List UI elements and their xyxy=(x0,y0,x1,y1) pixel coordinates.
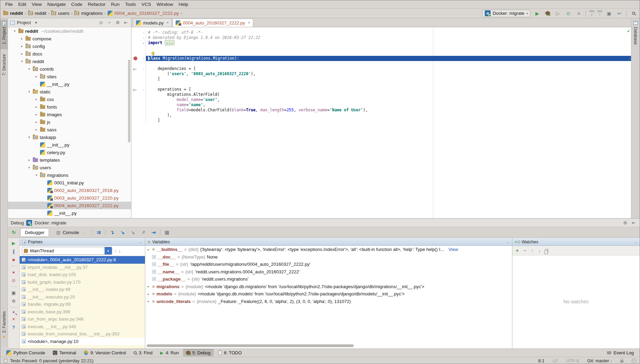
frame-row[interactable]: import_module, __init__.py:37 xyxy=(20,264,145,271)
code-line-17[interactable]: ), xyxy=(131,113,632,118)
tree-item-contrib[interactable]: ▾contrib xyxy=(8,65,131,73)
collapse-all-button[interactable]: ÷ xyxy=(106,20,112,25)
close-icon[interactable]: × xyxy=(248,20,250,25)
frame-row[interactable]: run_from_argv, base.py:348 xyxy=(20,315,145,323)
tab-debugger[interactable]: Debugger xyxy=(20,228,49,237)
menu-item-refactor[interactable]: Refactor xyxy=(85,1,108,8)
view-link[interactable]: View xyxy=(449,247,458,252)
tree-item-migrations[interactable]: ▾migrations xyxy=(8,171,131,179)
code-line-15[interactable]: name='name', xyxy=(131,102,632,108)
force-step-into-button[interactable]: ↘ xyxy=(129,230,137,235)
code-line-text[interactable]: name='name', xyxy=(146,102,632,108)
fold-marker-icon[interactable]: − xyxy=(143,87,145,92)
fold-marker-icon[interactable]: − xyxy=(143,30,145,36)
tool-strip-project-tab[interactable]: 1: Project xyxy=(0,20,8,49)
view-breakpoints-button[interactable]: ● xyxy=(12,270,15,274)
tree-item-0002-auto-20160327-2018-py[interactable]: 0002_auto_20160327_2018.py xyxy=(8,186,131,194)
code-line-6[interactable]: −class Migration(migrations.Migration): xyxy=(131,56,632,61)
tree-item--init-py[interactable]: __init__.py xyxy=(8,209,131,217)
tree-item-docs[interactable]: ▸docs xyxy=(8,50,131,58)
fold-marker-icon[interactable]: + xyxy=(143,41,145,46)
step-over-button[interactable]: ↴ xyxy=(108,230,116,235)
chevron-down-icon[interactable]: ▾ xyxy=(33,20,39,25)
code-line-2[interactable]: −# Generated by Django 1.9.4 on 2016-03-… xyxy=(131,35,632,40)
menu-item-code[interactable]: Code xyxy=(68,1,85,8)
commit-changes-button[interactable]: ▣ xyxy=(605,10,612,17)
breadcrumb-item[interactable]: reddit xyxy=(28,11,47,16)
code-line-text[interactable]: ] xyxy=(146,118,632,123)
code-line-text[interactable] xyxy=(146,82,632,87)
code-line-text[interactable]: dependencies = [ xyxy=(146,66,632,71)
tree-collapse-arrow[interactable]: ▸ xyxy=(20,37,24,40)
editor-gutter[interactable] xyxy=(131,61,146,66)
tree-item-compose[interactable]: ▸compose xyxy=(8,35,131,42)
tree-item-0003-auto-20160327-2220-py[interactable]: 0003_auto_20160327_2220.py xyxy=(8,194,131,202)
expand-arrow-icon[interactable]: ▸ xyxy=(147,292,150,296)
editor-gutter[interactable] xyxy=(131,51,146,56)
editor-gutter[interactable] xyxy=(131,118,146,123)
tree-item-taskapp[interactable]: ▾taskapp xyxy=(8,133,131,141)
code-line-1[interactable]: −# -*- coding: utf-8 -*- xyxy=(131,30,632,35)
editor-tab-0004-auto-20160327-2222-py[interactable]: 0004_auto_20160327_2222.py× xyxy=(173,19,253,27)
code-line-8[interactable]: −⊙↑ dependencies = [ xyxy=(131,66,632,71)
code-line-10[interactable]: ] xyxy=(131,77,632,82)
tree-item--init-py[interactable]: __init__.py xyxy=(8,80,131,88)
expand-arrow-icon[interactable]: ▸ xyxy=(147,300,150,303)
editor-gutter[interactable]: − xyxy=(131,30,146,35)
fold-marker-icon[interactable]: − xyxy=(143,56,145,61)
tree-item-config[interactable]: ▸config xyxy=(8,42,131,50)
code-line-4[interactable] xyxy=(131,46,632,51)
breadcrumb-item[interactable]: reddit xyxy=(3,11,23,16)
frame-row[interactable]: build_graph, loader.py:170 xyxy=(20,279,145,286)
run-config-selector[interactable]: dj Docker: migrate ▾ xyxy=(482,10,530,17)
editor-gutter[interactable]: − xyxy=(131,35,146,40)
variable-row[interactable]: __package__={str}'reddit.users.migration… xyxy=(145,275,512,283)
code-line-text[interactable] xyxy=(146,46,632,51)
editor-gutter[interactable] xyxy=(131,108,146,113)
editor-gutter[interactable] xyxy=(131,97,146,102)
previous-frame-button[interactable]: ↑ xyxy=(114,248,117,253)
code-line-text[interactable]: ] xyxy=(146,77,632,82)
editor-gutter[interactable] xyxy=(131,113,146,118)
tool-window-button-3-find[interactable]: 3: Find xyxy=(130,349,156,356)
tree-expand-arrow[interactable]: ▾ xyxy=(27,90,31,93)
vcs-update-button[interactable]: VCS↓ xyxy=(589,10,594,16)
frame-row[interactable]: handle, migrate.py:89 xyxy=(20,301,145,308)
tree-collapse-arrow[interactable]: ▸ xyxy=(35,128,38,131)
tree-collapse-arrow[interactable]: ▸ xyxy=(35,105,38,109)
tool-window-button-9-version-control[interactable]: 9: Version Control xyxy=(81,349,129,356)
intention-bulb-icon[interactable] xyxy=(151,52,155,55)
code-line-text[interactable]: # Generated by Django 1.9.4 on 2016-03-2… xyxy=(146,35,632,40)
code-line-7[interactable] xyxy=(131,61,632,66)
code-line-3[interactable]: +import ... xyxy=(131,40,632,46)
tool-window-button-5-debug[interactable]: 5: Debug xyxy=(183,349,214,356)
tool-window-button-6-todo[interactable]: 6: TODO xyxy=(215,349,245,356)
panel-settings-button[interactable]: ⚙ xyxy=(115,20,121,25)
breadcrumb-item[interactable]: migrations xyxy=(74,11,102,16)
tree-item-fonts[interactable]: ▸fonts xyxy=(8,103,131,111)
restore-layout-button[interactable]: ▣ xyxy=(11,291,16,295)
tree-item-images[interactable]: ▸images xyxy=(8,111,131,118)
code-line-text[interactable]: model_name='user', xyxy=(146,97,632,102)
tree-expand-arrow[interactable]: ▾ xyxy=(27,67,31,71)
run-with-coverage-button[interactable]: ▷ xyxy=(554,10,561,17)
menu-item-file[interactable]: File xyxy=(2,1,16,8)
code-line-16[interactable]: field=models.CharField(blank=True, max_l… xyxy=(131,108,632,113)
fold-marker-icon[interactable]: − xyxy=(143,67,145,72)
tool-window-button-python-console[interactable]: Python Console xyxy=(3,349,48,356)
inspection-profile-widget[interactable] xyxy=(632,358,636,363)
variable-row[interactable]: __doc__={NoneType}None xyxy=(145,253,512,261)
pause-button[interactable]: ∥ xyxy=(12,249,15,254)
variable-row[interactable]: ▸≡models={module}<module 'django.db.mode… xyxy=(145,290,512,298)
tool-window-button-4-run[interactable]: ▶4: Run xyxy=(157,349,182,356)
rerun-button[interactable]: ↻ xyxy=(10,230,18,235)
code-line-text[interactable] xyxy=(146,61,632,66)
editor-gutter[interactable]: − xyxy=(131,56,146,61)
tree-collapse-arrow[interactable]: ▸ xyxy=(35,98,38,101)
editor-gutter[interactable]: + xyxy=(131,40,146,46)
breadcrumb-item[interactable]: users xyxy=(51,11,69,16)
mute-breakpoints-button[interactable]: ⊘ xyxy=(12,278,16,283)
code-line-11[interactable] xyxy=(131,82,632,87)
search-everywhere-button[interactable] xyxy=(630,10,637,17)
code-line-text[interactable]: class Migration(migrations.Migration): xyxy=(146,56,632,61)
